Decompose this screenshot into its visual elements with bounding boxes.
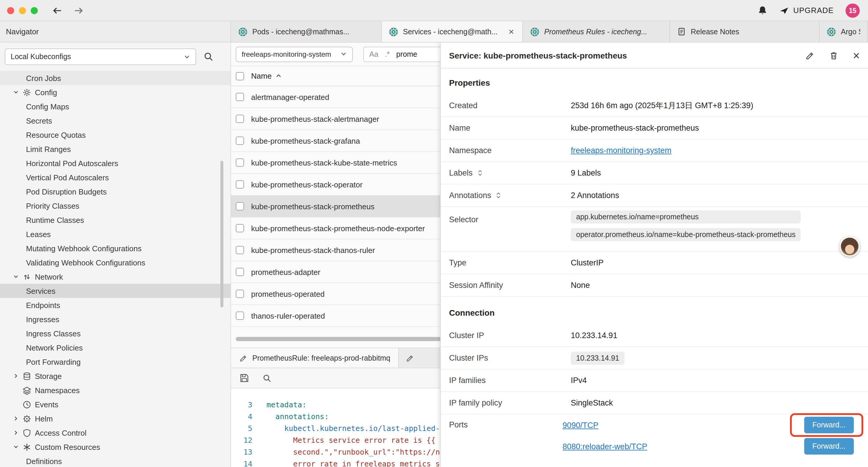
ip-family-policy-value: SingleStack — [571, 399, 613, 407]
row-checkbox[interactable] — [236, 202, 244, 210]
detail-panel-header: Service: kube-prometheus-stack-prometheu… — [441, 42, 868, 68]
port-link-9090[interactable]: 9090/TCP — [562, 420, 598, 430]
tab-prometheus-rules[interactable]: Prometheus Rules - icecheng... — [523, 21, 670, 42]
sidebar-item-port-forwarding[interactable]: Port Forwarding — [0, 355, 230, 369]
search-value: prome — [396, 50, 417, 58]
save-icon[interactable] — [239, 373, 249, 383]
navigator-sidebar: Local Kubeconfigs Cron Jobs Config Confi… — [0, 42, 231, 467]
sidebar-item-events[interactable]: Events — [0, 397, 230, 411]
close-panel-icon[interactable]: × — [853, 49, 860, 61]
sidebar-item-definitions[interactable]: Definitions — [0, 454, 230, 467]
regex-toggle[interactable]: .* — [385, 50, 390, 58]
service-detail-panel: Service: kube-prometheus-stack-prometheu… — [440, 42, 868, 467]
sidebar-item-leases[interactable]: Leases — [0, 227, 230, 241]
user-avatar[interactable] — [840, 236, 860, 257]
horizontal-scrollbar[interactable] — [236, 337, 454, 341]
sidebar-item-priority-classes[interactable]: Priority Classes — [0, 199, 230, 213]
tab-label: Services - icecheng@math... — [403, 28, 502, 36]
namespace-filter-value: freeleaps-monitoring-system — [242, 50, 331, 58]
notification-count-badge[interactable]: 15 — [845, 3, 860, 18]
sidebar-item-runtime-classes[interactable]: Runtime Classes — [0, 213, 230, 227]
expand-collapse-icon[interactable] — [477, 170, 483, 176]
minimize-window-button[interactable] — [19, 7, 26, 14]
sidebar-item-ingresses[interactable]: Ingresses — [0, 312, 230, 326]
forward-button[interactable]: Forward... — [804, 417, 854, 433]
row-checkbox[interactable] — [236, 158, 244, 167]
kubeconfig-selector[interactable]: Local Kubeconfigs — [5, 49, 196, 65]
upgrade-button[interactable]: UPGRADE — [779, 6, 834, 15]
close-window-button[interactable] — [7, 7, 14, 14]
sidebar-item-network-policies[interactable]: Network Policies — [0, 341, 230, 355]
tab-services[interactable]: Services - icecheng@math... × — [382, 21, 523, 42]
row-checkbox[interactable] — [236, 290, 244, 298]
close-tab-icon[interactable]: × — [507, 27, 515, 36]
maximize-window-button[interactable] — [31, 7, 38, 14]
sidebar-item-secrets[interactable]: Secrets — [0, 114, 230, 128]
detail-row-created: Created 253d 16h 6m ago (2025年1月13日 GMT+… — [441, 95, 868, 117]
dock-tab-prometheusrule[interactable]: PrometheusRule: freeleaps-prod-rabbitmq — [231, 348, 399, 368]
chevron-right-icon — [13, 373, 19, 379]
notifications-bell-icon[interactable] — [757, 5, 767, 16]
sidebar-item-services[interactable]: Services — [0, 284, 230, 298]
ip-families-value: IPv4 — [571, 376, 587, 385]
sidebar-item-cron-jobs[interactable]: Cron Jobs — [0, 71, 230, 85]
sidebar-item-config-maps[interactable]: Config Maps — [0, 99, 230, 114]
detail-row-ip-families: IP families IPv4 — [441, 370, 868, 392]
storage-database-icon — [23, 372, 31, 380]
tab-argo[interactable]: Argo S — [819, 21, 868, 42]
sidebar-item-limit-ranges[interactable]: Limit Ranges — [0, 142, 230, 156]
row-checkbox[interactable] — [236, 180, 244, 188]
sidebar-item-validating-webhook-configurations[interactable]: Validating Webhook Configurations — [0, 255, 230, 269]
sidebar-item-network[interactable]: Network — [0, 269, 230, 284]
back-button[interactable] — [52, 5, 63, 16]
sidebar-item-custom-resources[interactable]: Custom Resources — [0, 440, 230, 454]
row-checkbox[interactable] — [236, 93, 244, 101]
kubeconfig-selector-value: Local Kubeconfigs — [11, 53, 71, 61]
selector-chip: operator.prometheus.io/name=kube-prometh… — [571, 228, 801, 241]
chevron-down-icon — [184, 54, 190, 60]
sidebar-item-helm[interactable]: Helm — [0, 411, 230, 426]
sidebar-item-access-control[interactable]: Access Control — [0, 426, 230, 440]
sidebar-item-resource-quotas[interactable]: Resource Quotas — [0, 128, 230, 142]
namespace-filter-dropdown[interactable]: freeleaps-monitoring-system — [236, 47, 353, 62]
sidebar-item-pod-disruption-budgets[interactable]: Pod Disruption Budgets — [0, 184, 230, 199]
match-case-toggle[interactable]: Aa — [369, 50, 378, 58]
edit-pencil-icon[interactable] — [806, 51, 815, 60]
row-checkbox[interactable] — [236, 246, 244, 254]
row-checkbox[interactable] — [236, 312, 244, 320]
kubernetes-cluster-icon — [389, 27, 398, 36]
pencil-icon — [406, 354, 414, 362]
sidebar-item-storage[interactable]: Storage — [0, 369, 230, 383]
helm-wheel-icon — [23, 414, 31, 423]
detail-row-name: Name kube-prometheus-stack-prometheus — [441, 117, 868, 140]
sidebar-item-vertical-pod-autoscalers[interactable]: Vertical Pod Autoscalers — [0, 170, 230, 184]
row-checkbox[interactable] — [236, 268, 244, 276]
tab-bar: Navigator Pods - icecheng@mathmas... Ser… — [0, 21, 868, 42]
name-column-header[interactable]: Name — [251, 71, 282, 80]
sidebar-search-icon[interactable] — [203, 52, 214, 62]
delete-trash-icon[interactable] — [829, 51, 839, 60]
sidebar-item-horizontal-pod-autoscalers[interactable]: Horizontal Pod Autoscalers — [0, 156, 230, 170]
sidebar-item-config[interactable]: Config — [0, 85, 230, 99]
row-checkbox[interactable] — [236, 137, 244, 145]
row-checkbox[interactable] — [236, 115, 244, 123]
forward-button[interactable]: Forward... — [804, 438, 854, 455]
cluster-ips-chip: 10.233.14.91 — [571, 351, 625, 364]
forward-button[interactable] — [73, 5, 84, 16]
sidebar-item-endpoints[interactable]: Endpoints — [0, 298, 230, 312]
expand-collapse-icon[interactable] — [495, 192, 502, 199]
sidebar-item-namespaces[interactable]: Namespaces — [0, 383, 230, 397]
tab-pods[interactable]: Pods - icecheng@mathmas... — [231, 21, 382, 42]
dock-tab-partial[interactable] — [399, 348, 422, 368]
sidebar-scrollbar[interactable] — [220, 161, 223, 308]
asterisk-icon — [23, 442, 31, 451]
sidebar-item-mutating-webhook-configurations[interactable]: Mutating Webhook Configurations — [0, 241, 230, 255]
namespace-link[interactable]: freeleaps-monitoring-system — [571, 146, 672, 155]
row-checkbox[interactable] — [236, 224, 244, 232]
tab-release-notes[interactable]: Release Notes — [670, 21, 819, 42]
select-all-checkbox[interactable] — [236, 72, 244, 80]
port-link-8080[interactable]: 8080:reloader-web/TCP — [562, 442, 647, 451]
editor-search-icon[interactable] — [262, 373, 272, 383]
sidebar-item-ingress-classes[interactable]: Ingress Classes — [0, 326, 230, 341]
properties-heading: Properties — [441, 68, 868, 95]
